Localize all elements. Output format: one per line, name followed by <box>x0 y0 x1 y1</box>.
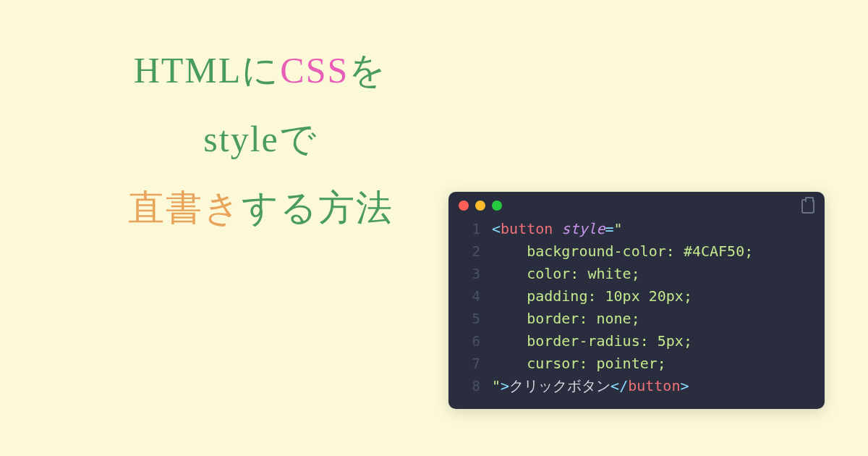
window-titlebar <box>448 192 825 215</box>
code-text: ">クリックボタン</button> <box>492 375 689 397</box>
title-text: で <box>279 119 318 159</box>
code-line: 3 color: white; <box>459 263 814 285</box>
code-line: 6 border-radius: 5px; <box>459 330 814 352</box>
code-line: 5 border: none; <box>459 308 814 330</box>
title-text: に <box>242 50 280 90</box>
title-line-1: HTMLにCSSを <box>58 36 463 105</box>
title-line-3: 直書きする方法 <box>58 174 463 242</box>
line-number: 3 <box>459 263 480 284</box>
line-number: 4 <box>459 286 480 307</box>
title-text: CSS <box>280 50 349 90</box>
code-text: border-radius: 5px; <box>492 330 692 352</box>
code-text: <button style=" <box>492 218 623 240</box>
line-number: 2 <box>459 241 480 262</box>
code-line: 7 cursor: pointer; <box>459 352 814 375</box>
code-window: 1 <button style=" 2 background-color: #4… <box>448 192 825 409</box>
code-line: 2 background-color: #4CAF50; <box>459 240 814 263</box>
title-text: 直書き <box>128 187 242 228</box>
line-number: 1 <box>459 219 480 240</box>
code-line: 1 <button style=" <box>459 218 814 240</box>
title-block: HTMLにCSSを styleで 直書きする方法 <box>58 36 463 242</box>
code-text: border: none; <box>492 308 640 330</box>
code-text: color: white; <box>492 263 640 285</box>
code-text: padding: 10px 20px; <box>492 285 692 308</box>
title-text: style <box>203 119 278 159</box>
code-text: cursor: pointer; <box>492 352 666 375</box>
code-line: 4 padding: 10px 20px; <box>459 285 814 308</box>
title-text: HTML <box>134 50 242 90</box>
title-text: する方法 <box>242 187 393 228</box>
copy-icon[interactable] <box>801 199 814 214</box>
line-number: 7 <box>459 353 480 374</box>
title-line-2: styleで <box>58 105 463 174</box>
minimize-icon[interactable] <box>475 200 485 211</box>
line-number: 6 <box>459 331 480 352</box>
line-number: 5 <box>459 308 480 329</box>
code-line: 8 ">クリックボタン</button> <box>459 375 814 397</box>
line-number: 8 <box>459 376 480 397</box>
maximize-icon[interactable] <box>492 200 502 211</box>
code-text: background-color: #4CAF50; <box>492 240 753 263</box>
code-body: 1 <button style=" 2 background-color: #4… <box>448 215 825 409</box>
close-icon[interactable] <box>459 200 469 211</box>
title-text: を <box>349 50 387 90</box>
